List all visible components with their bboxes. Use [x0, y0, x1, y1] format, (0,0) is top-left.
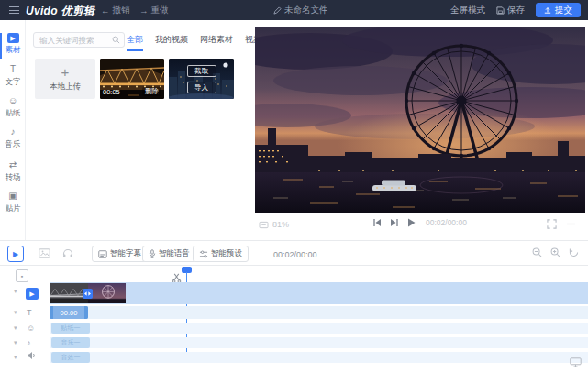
preview-time: 00:02/00:00 [426, 218, 467, 227]
video-track-row[interactable] [50, 282, 588, 304]
play-icon[interactable] [407, 218, 416, 227]
preview-controls: 81% 00:02/00:00 [255, 213, 585, 237]
plus-icon: + [61, 66, 70, 79]
music-track-row[interactable] [50, 337, 588, 348]
mini-monitor-icon[interactable] [570, 357, 582, 367]
collapse-glyph: ▪ [21, 273, 23, 279]
tab-web-materials[interactable]: 网络素材 [200, 34, 233, 51]
smart-preset-button[interactable]: 智能预设 [193, 246, 249, 262]
edit-pencil-icon [273, 6, 282, 15]
timeline-clip-ferris-wheel[interactable] [88, 283, 126, 303]
undo-icon: ← [101, 5, 110, 16]
picture-icon[interactable] [39, 248, 50, 258]
sidebar-item-music[interactable]: ♪ 音乐 [0, 126, 26, 154]
detach-preview-icon[interactable] [566, 221, 576, 227]
tab-all[interactable]: 全部 [127, 34, 143, 51]
transition-badge[interactable] [83, 289, 93, 299]
chevron-down-icon[interactable]: ▾ [14, 309, 17, 316]
sidebar-item-label: 转场 [6, 172, 21, 183]
chevron-down-icon[interactable]: ▾ [14, 339, 17, 346]
ferris-wheel-frame [255, 27, 585, 213]
redo-label: 重做 [151, 5, 169, 16]
prev-frame-icon[interactable] [372, 218, 382, 227]
preview-zoom-level: 81% [272, 220, 289, 229]
video-track-icon: ▶ [26, 288, 39, 300]
subtitle-icon [98, 250, 107, 258]
sidebar-item-patch[interactable]: ▣ 贴片 [0, 191, 26, 218]
zoom-out-icon[interactable] [532, 247, 542, 257]
smart-voice-button[interactable]: 智能语音 [142, 246, 196, 262]
sidebar-item-label: 贴片 [6, 203, 21, 214]
local-upload-card[interactable]: + 本地上传 [35, 59, 95, 99]
chevron-down-icon[interactable]: ▾ [14, 354, 17, 361]
collapse-tracks-button[interactable]: ▪ [16, 269, 28, 282]
music-icon: ♪ [11, 126, 16, 137]
search-box[interactable] [33, 32, 125, 48]
clip-duration: 00:05 [103, 88, 120, 96]
trim-clip-button[interactable]: 截取 [187, 65, 216, 77]
play-icon: ▶ [13, 250, 18, 258]
sidebar-item-label: 音乐 [6, 139, 21, 150]
sticker-track-icon: ☺ [27, 323, 35, 334]
sidebar-item-transition[interactable]: ⇄ 转场 [0, 159, 26, 187]
submit-icon [544, 6, 551, 14]
transport-controls: 00:02/00:00 [372, 218, 467, 227]
next-frame-icon[interactable] [390, 218, 399, 227]
microphone-icon [149, 249, 156, 258]
text-track-row[interactable] [50, 306, 588, 319]
save-button[interactable]: 保存 [496, 5, 525, 16]
upload-label: 本地上传 [50, 82, 81, 93]
video-editor-app: Uvido 优剪辑 ← 撤销 → 重做 未命名文件 全屏模式 保存 [0, 0, 588, 372]
save-label: 保存 [507, 5, 525, 16]
save-icon [496, 6, 505, 15]
video-clip-card-bridge[interactable]: 00:05 删除 [100, 59, 164, 99]
delete-clip-button[interactable]: 删除 [142, 87, 161, 96]
text-clip[interactable]: 00:00 [50, 306, 88, 319]
zoom-in-icon[interactable] [550, 247, 560, 257]
fullscreen-icon[interactable] [547, 219, 557, 229]
topbar-right: 全屏模式 保存 提交 [450, 0, 581, 20]
sticker-track-row[interactable] [50, 323, 588, 334]
import-clip-button[interactable]: 导入 [187, 82, 216, 93]
sticker-clip[interactable]: 贴纸一 [51, 323, 90, 334]
music-clip[interactable]: 音乐一 [51, 337, 90, 348]
video-clip-card-city[interactable]: 截取 导入 [169, 59, 234, 99]
sound-track-row[interactable] [50, 352, 588, 363]
chevron-down-icon[interactable]: ▾ [14, 288, 17, 295]
undo-button[interactable]: ← 撤销 [101, 5, 130, 16]
text-clip-label: 00:00 [61, 309, 78, 317]
video-preview [255, 27, 585, 213]
patch-icon: ▣ [8, 191, 17, 202]
material-cards: + 本地上传 00:05 删除 [35, 59, 234, 99]
menu-icon[interactable] [9, 6, 19, 14]
preview-scale-control[interactable]: 81% [259, 220, 289, 229]
search-icon[interactable] [112, 36, 120, 44]
chevron-down-icon[interactable]: ▾ [14, 324, 17, 332]
sticker-clip-label: 贴纸一 [61, 323, 81, 333]
fullscreen-mode-button[interactable]: 全屏模式 [450, 5, 485, 16]
material-icon: ▶ [7, 33, 19, 43]
sound-track-icon [27, 351, 36, 364]
sidebar-item-material[interactable]: ▶ 素材 [0, 33, 26, 60]
sidebar-item-text[interactable]: T 文字 [0, 64, 26, 92]
smart-subtitle-button[interactable]: 智能字幕 [92, 246, 148, 262]
tab-my-videos[interactable]: 我的视频 [155, 34, 188, 51]
search-input[interactable] [34, 36, 112, 45]
fit-timeline-icon[interactable] [569, 247, 579, 257]
smart-voice-label: 智能语音 [159, 248, 190, 259]
timeline-time: 00:02/00:00 [273, 250, 317, 259]
clip-hover-actions: 截取 导入 [169, 59, 234, 99]
sidebar-item-sticker[interactable]: ☺ 贴纸 [0, 95, 26, 123]
transition-icon: ⇄ [9, 159, 17, 170]
filename-button[interactable]: 未命名文件 [273, 5, 328, 16]
app-logo: Uvido 优剪辑 [26, 4, 94, 19]
timeline-play-button[interactable]: ▶ [7, 246, 24, 262]
material-library-panel: 全部 我的视频 网络素材 视频模板 + 本地上传 [26, 20, 246, 240]
sidebar-item-label: 贴纸 [6, 108, 21, 119]
redo-icon: → [139, 5, 149, 16]
sound-clip[interactable]: 音效一 [51, 352, 90, 363]
scale-ratio-icon [259, 221, 269, 229]
redo-button[interactable]: → 重做 [139, 5, 169, 16]
submit-button[interactable]: 提交 [536, 3, 581, 17]
headphone-icon[interactable] [62, 248, 73, 258]
